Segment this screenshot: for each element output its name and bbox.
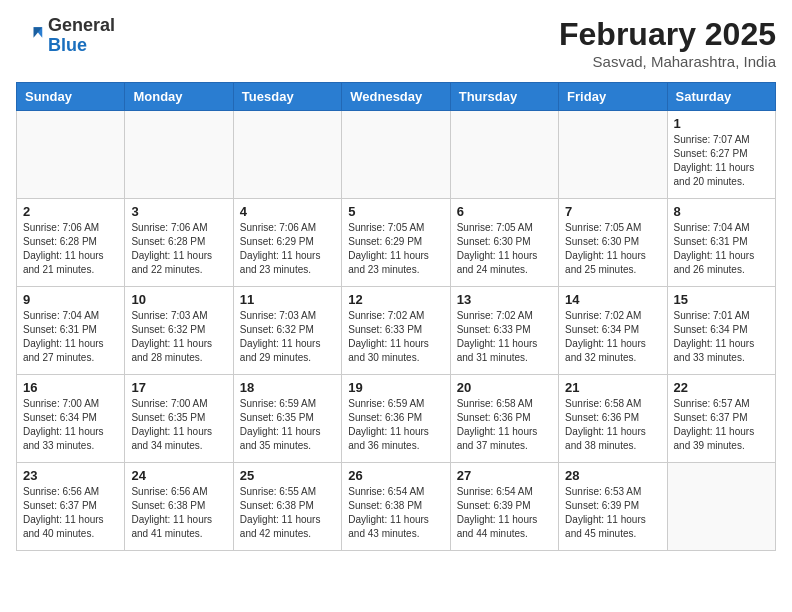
calendar-cell: 23Sunrise: 6:56 AM Sunset: 6:37 PM Dayli… <box>17 463 125 551</box>
day-number: 27 <box>457 468 552 483</box>
week-row-5: 23Sunrise: 6:56 AM Sunset: 6:37 PM Dayli… <box>17 463 776 551</box>
logo-icon <box>16 22 44 50</box>
day-number: 2 <box>23 204 118 219</box>
day-number: 17 <box>131 380 226 395</box>
calendar-cell: 18Sunrise: 6:59 AM Sunset: 6:35 PM Dayli… <box>233 375 341 463</box>
day-info: Sunrise: 7:02 AM Sunset: 6:33 PM Dayligh… <box>457 309 552 365</box>
calendar-cell: 27Sunrise: 6:54 AM Sunset: 6:39 PM Dayli… <box>450 463 558 551</box>
weekday-thursday: Thursday <box>450 83 558 111</box>
logo-blue: Blue <box>48 35 87 55</box>
day-number: 22 <box>674 380 769 395</box>
day-info: Sunrise: 6:59 AM Sunset: 6:35 PM Dayligh… <box>240 397 335 453</box>
day-info: Sunrise: 6:57 AM Sunset: 6:37 PM Dayligh… <box>674 397 769 453</box>
day-number: 28 <box>565 468 660 483</box>
day-info: Sunrise: 7:01 AM Sunset: 6:34 PM Dayligh… <box>674 309 769 365</box>
weekday-friday: Friday <box>559 83 667 111</box>
calendar-cell: 14Sunrise: 7:02 AM Sunset: 6:34 PM Dayli… <box>559 287 667 375</box>
weekday-saturday: Saturday <box>667 83 775 111</box>
day-number: 14 <box>565 292 660 307</box>
day-number: 18 <box>240 380 335 395</box>
calendar-cell: 12Sunrise: 7:02 AM Sunset: 6:33 PM Dayli… <box>342 287 450 375</box>
location: Sasvad, Maharashtra, India <box>559 53 776 70</box>
calendar-cell: 7Sunrise: 7:05 AM Sunset: 6:30 PM Daylig… <box>559 199 667 287</box>
day-info: Sunrise: 6:55 AM Sunset: 6:38 PM Dayligh… <box>240 485 335 541</box>
day-info: Sunrise: 6:58 AM Sunset: 6:36 PM Dayligh… <box>565 397 660 453</box>
day-number: 19 <box>348 380 443 395</box>
calendar-cell: 24Sunrise: 6:56 AM Sunset: 6:38 PM Dayli… <box>125 463 233 551</box>
weekday-sunday: Sunday <box>17 83 125 111</box>
day-info: Sunrise: 6:58 AM Sunset: 6:36 PM Dayligh… <box>457 397 552 453</box>
title-block: February 2025 Sasvad, Maharashtra, India <box>559 16 776 70</box>
day-info: Sunrise: 7:06 AM Sunset: 6:28 PM Dayligh… <box>131 221 226 277</box>
day-info: Sunrise: 7:04 AM Sunset: 6:31 PM Dayligh… <box>23 309 118 365</box>
calendar-cell: 9Sunrise: 7:04 AM Sunset: 6:31 PM Daylig… <box>17 287 125 375</box>
day-info: Sunrise: 7:02 AM Sunset: 6:33 PM Dayligh… <box>348 309 443 365</box>
calendar-cell: 5Sunrise: 7:05 AM Sunset: 6:29 PM Daylig… <box>342 199 450 287</box>
calendar-cell: 13Sunrise: 7:02 AM Sunset: 6:33 PM Dayli… <box>450 287 558 375</box>
calendar-cell: 26Sunrise: 6:54 AM Sunset: 6:38 PM Dayli… <box>342 463 450 551</box>
logo: General Blue <box>16 16 115 56</box>
calendar-cell: 1Sunrise: 7:07 AM Sunset: 6:27 PM Daylig… <box>667 111 775 199</box>
week-row-1: 1Sunrise: 7:07 AM Sunset: 6:27 PM Daylig… <box>17 111 776 199</box>
calendar-cell: 15Sunrise: 7:01 AM Sunset: 6:34 PM Dayli… <box>667 287 775 375</box>
day-info: Sunrise: 7:06 AM Sunset: 6:29 PM Dayligh… <box>240 221 335 277</box>
calendar-cell <box>667 463 775 551</box>
day-number: 8 <box>674 204 769 219</box>
calendar-cell: 11Sunrise: 7:03 AM Sunset: 6:32 PM Dayli… <box>233 287 341 375</box>
day-number: 6 <box>457 204 552 219</box>
day-info: Sunrise: 6:53 AM Sunset: 6:39 PM Dayligh… <box>565 485 660 541</box>
day-number: 11 <box>240 292 335 307</box>
weekday-wednesday: Wednesday <box>342 83 450 111</box>
day-number: 13 <box>457 292 552 307</box>
month-title: February 2025 <box>559 16 776 53</box>
calendar-cell <box>233 111 341 199</box>
calendar-cell: 17Sunrise: 7:00 AM Sunset: 6:35 PM Dayli… <box>125 375 233 463</box>
day-info: Sunrise: 6:59 AM Sunset: 6:36 PM Dayligh… <box>348 397 443 453</box>
logo-text: General Blue <box>48 16 115 56</box>
calendar-cell <box>450 111 558 199</box>
calendar-body: 1Sunrise: 7:07 AM Sunset: 6:27 PM Daylig… <box>17 111 776 551</box>
calendar-cell <box>342 111 450 199</box>
week-row-4: 16Sunrise: 7:00 AM Sunset: 6:34 PM Dayli… <box>17 375 776 463</box>
day-info: Sunrise: 7:03 AM Sunset: 6:32 PM Dayligh… <box>240 309 335 365</box>
day-number: 3 <box>131 204 226 219</box>
calendar-cell <box>17 111 125 199</box>
calendar-cell: 10Sunrise: 7:03 AM Sunset: 6:32 PM Dayli… <box>125 287 233 375</box>
weekday-monday: Monday <box>125 83 233 111</box>
day-info: Sunrise: 7:00 AM Sunset: 6:35 PM Dayligh… <box>131 397 226 453</box>
calendar-cell: 4Sunrise: 7:06 AM Sunset: 6:29 PM Daylig… <box>233 199 341 287</box>
calendar-cell: 28Sunrise: 6:53 AM Sunset: 6:39 PM Dayli… <box>559 463 667 551</box>
calendar-cell: 20Sunrise: 6:58 AM Sunset: 6:36 PM Dayli… <box>450 375 558 463</box>
day-info: Sunrise: 6:54 AM Sunset: 6:39 PM Dayligh… <box>457 485 552 541</box>
logo-general: General <box>48 15 115 35</box>
page-header: General Blue February 2025 Sasvad, Mahar… <box>16 16 776 70</box>
day-number: 12 <box>348 292 443 307</box>
calendar-cell: 25Sunrise: 6:55 AM Sunset: 6:38 PM Dayli… <box>233 463 341 551</box>
day-number: 1 <box>674 116 769 131</box>
day-info: Sunrise: 7:06 AM Sunset: 6:28 PM Dayligh… <box>23 221 118 277</box>
day-info: Sunrise: 7:05 AM Sunset: 6:29 PM Dayligh… <box>348 221 443 277</box>
day-number: 25 <box>240 468 335 483</box>
day-info: Sunrise: 7:07 AM Sunset: 6:27 PM Dayligh… <box>674 133 769 189</box>
calendar-cell: 22Sunrise: 6:57 AM Sunset: 6:37 PM Dayli… <box>667 375 775 463</box>
calendar-cell <box>125 111 233 199</box>
day-info: Sunrise: 7:05 AM Sunset: 6:30 PM Dayligh… <box>457 221 552 277</box>
day-number: 20 <box>457 380 552 395</box>
day-number: 26 <box>348 468 443 483</box>
day-number: 16 <box>23 380 118 395</box>
calendar-cell <box>559 111 667 199</box>
day-number: 21 <box>565 380 660 395</box>
week-row-2: 2Sunrise: 7:06 AM Sunset: 6:28 PM Daylig… <box>17 199 776 287</box>
day-info: Sunrise: 7:03 AM Sunset: 6:32 PM Dayligh… <box>131 309 226 365</box>
day-info: Sunrise: 7:05 AM Sunset: 6:30 PM Dayligh… <box>565 221 660 277</box>
day-info: Sunrise: 6:56 AM Sunset: 6:37 PM Dayligh… <box>23 485 118 541</box>
day-number: 5 <box>348 204 443 219</box>
calendar-cell: 3Sunrise: 7:06 AM Sunset: 6:28 PM Daylig… <box>125 199 233 287</box>
day-number: 9 <box>23 292 118 307</box>
calendar-cell: 6Sunrise: 7:05 AM Sunset: 6:30 PM Daylig… <box>450 199 558 287</box>
day-info: Sunrise: 7:02 AM Sunset: 6:34 PM Dayligh… <box>565 309 660 365</box>
calendar-cell: 16Sunrise: 7:00 AM Sunset: 6:34 PM Dayli… <box>17 375 125 463</box>
week-row-3: 9Sunrise: 7:04 AM Sunset: 6:31 PM Daylig… <box>17 287 776 375</box>
weekday-tuesday: Tuesday <box>233 83 341 111</box>
calendar-cell: 21Sunrise: 6:58 AM Sunset: 6:36 PM Dayli… <box>559 375 667 463</box>
